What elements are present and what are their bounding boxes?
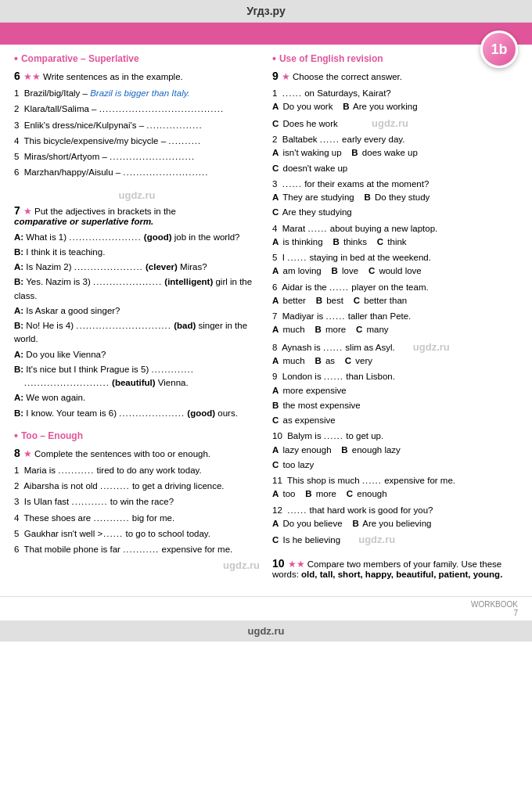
- watermark-2: ugdz.ru: [14, 559, 260, 571]
- ex8-num: 8: [14, 447, 20, 459]
- ex6-item-2: 2 Klara/tall/Salima – ..................…: [14, 102, 260, 116]
- ex7-title-block: 7★ Put the adjectives in brackets in the…: [14, 204, 260, 226]
- section-header-too-enough: Too – Enough: [14, 430, 260, 442]
- footer-label: WORKBOOK: [471, 600, 518, 609]
- ex9-num: 9: [272, 70, 279, 82]
- ex10-block: 10★★ Compare two members of your family.…: [272, 557, 518, 579]
- q8: 8 Aynash is ...... slim as Asyl. ugdz.ru…: [272, 340, 518, 369]
- ex10-words: old, tall, short, happy, beautiful, pati…: [301, 570, 502, 579]
- ex9-instruction: Choose the correct answer.: [293, 72, 402, 81]
- ex7-dialogue: A: What is 1) ...................... (go…: [14, 231, 260, 420]
- site-title: Угдз.ру: [246, 5, 286, 17]
- section-header-comparative: Comparative – Superlative: [14, 52, 260, 65]
- right-column: Use of English revision 9★ Choose the co…: [272, 52, 518, 588]
- ex7-instruction: Put the adjectives in brackets in the: [34, 207, 176, 216]
- ex6-item-3: 3 Enlik's dress/nice/Kulpynai's – ......…: [14, 119, 260, 132]
- q3: 3 ...... for their exams at the moment? …: [272, 178, 518, 220]
- ex8-item-6: 6 That mobile phone is far ........... e…: [14, 543, 260, 556]
- ex6-num: 6: [14, 70, 20, 82]
- watermark-1: ugdz.ru: [14, 189, 260, 201]
- dialogue-b5: B: I know. Your team is 6) .............…: [14, 407, 260, 420]
- q6: 6 Aidar is the ...... player on the team…: [272, 281, 518, 308]
- ex7-stars: ★: [23, 207, 32, 216]
- too-enough-label: Too – Enough: [21, 430, 83, 441]
- use-of-english-label: Use of English revision: [279, 53, 383, 64]
- q9: 9 London is ...... than Lisbon. A more e…: [272, 370, 518, 427]
- ex8-item-4: 4 These shoes are ........... big for me…: [14, 512, 260, 525]
- ex6-item-6: 6 Marzhan/happy/Aisulu – ...............…: [14, 166, 260, 179]
- q2: 2 Baltabek ...... early every day. A isn…: [272, 133, 518, 175]
- ex6-stars: ★★: [23, 72, 41, 81]
- ex10-stars: ★★: [288, 559, 305, 569]
- section-comparative: Comparative – Superlative 6★★ Write sent…: [14, 52, 260, 180]
- ex8-stars: ★: [23, 449, 32, 458]
- ex9-title-block: 9★ Choose the correct answer.: [272, 70, 518, 82]
- dialogue-b4: B: It's nice but I think Prague is 5) ..…: [14, 363, 260, 390]
- site-bottom: ugdz.ru: [248, 625, 285, 637]
- dialogue-a1: A: What is 1) ...................... (go…: [14, 231, 260, 244]
- page-number: 7: [513, 609, 518, 617]
- dialogue-a3: A: Is Askar a good singer?: [14, 304, 260, 318]
- dialogue-a2: A: Is Nazim 2) ..................... (cl…: [14, 261, 260, 274]
- q4: 4 Marat ...... about buying a new laptop…: [272, 222, 518, 250]
- dialogue-b3: B: No! He is 4) ........................…: [14, 319, 260, 347]
- lesson-badge: 1b: [480, 31, 518, 68]
- ex10-num: 10: [272, 557, 285, 570]
- ex8-instruction: Complete the sentences with too or enoug…: [34, 449, 210, 458]
- footer: WORKBOOK 7: [0, 596, 532, 620]
- section-use-of-english: Use of English revision 9★ Choose the co…: [272, 52, 518, 548]
- ex6-item-1: 1 Brazil/big/Italy – Brazil is bigger th…: [14, 87, 260, 100]
- ex6-item-4: 4 This bicycle/expensive/my bicycle – ..…: [14, 135, 260, 148]
- ex7-num: 7: [14, 204, 20, 217]
- q10: 10 Balym is ...... to get up. A lazy eno…: [272, 430, 518, 472]
- ex8-item-5: 5 Gaukhar isn't well >...... to go to sc…: [14, 527, 260, 541]
- top-header: Угдз.ру: [0, 0, 532, 23]
- section-too-enough: Too – Enough 8★ Complete the sentences w…: [14, 430, 260, 572]
- ex6-title-block: 6★★ Write sentences as in the example.: [14, 70, 260, 82]
- q5: 5 I ...... staying in bed at the weekend…: [272, 251, 518, 279]
- dialogue-b2: B: Yes. Nazim is 3) ....................…: [14, 275, 260, 303]
- q12: 12 ...... that hard work is good for you…: [272, 504, 518, 548]
- ex8-item-3: 3 Is Ulan fast ........... to win the ra…: [14, 495, 260, 509]
- left-column: Comparative – Superlative 6★★ Write sent…: [14, 52, 260, 588]
- dialogue-a5: A: We won again.: [14, 391, 260, 404]
- pink-bar: 1b: [0, 23, 532, 45]
- ex6-item-5: 5 Miras/short/Artyom – .................…: [14, 150, 260, 164]
- ex7-instruction2: comparative or superlative form.: [14, 217, 153, 226]
- dialogue-a4: A: Do you like Vienna?: [14, 348, 260, 361]
- ex8-item-1: 1 Maria is ........... tired to do any w…: [14, 464, 260, 477]
- ex8-items: 1 Maria is ........... tired to do any w…: [14, 464, 260, 557]
- ex6-instruction: Write sentences as in the example.: [43, 72, 183, 81]
- ex8-item-2: 2 Aibarsha is not old ......... to get a…: [14, 480, 260, 493]
- footer-bottom: ugdz.ru: [0, 620, 532, 642]
- dialogue-b1: B: I think it is teaching.: [14, 246, 260, 259]
- ex9-stars: ★: [282, 72, 290, 81]
- ex10-title-block: 10★★ Compare two members of your family.…: [272, 557, 518, 579]
- q11: 11 This shop is much ...... expensive fo…: [272, 474, 518, 502]
- q7: 7 Madiyar is ...... taller than Pete. A …: [272, 310, 518, 337]
- ex8-title-block: 8★ Complete the sentences with too or en…: [14, 447, 260, 459]
- ex7-block: 7★ Put the adjectives in brackets in the…: [14, 204, 260, 420]
- q1: 1 ...... on Saturdays, Kairat? A Do you …: [272, 87, 518, 131]
- ex6-items: 1 Brazil/big/Italy – Brazil is bigger th…: [14, 87, 260, 180]
